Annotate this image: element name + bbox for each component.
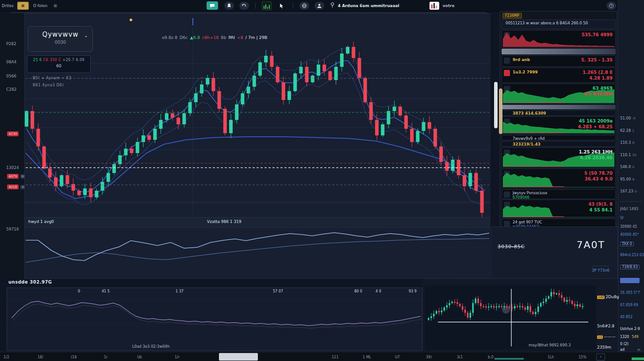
detail-link[interactable]: JA6// 1493 xyxy=(620,207,643,211)
detail-link[interactable]: 894rd.253 03 xyxy=(620,253,643,257)
row-tag: 1u3.2 7999 xyxy=(513,70,538,74)
time-axis-tick: b.0 xyxy=(488,355,494,359)
detail-link[interactable]: 739/8.93 xyxy=(620,265,643,269)
quick-action-button[interactable] xyxy=(620,278,640,283)
watchlist-tag[interactable]: F234MP xyxy=(502,13,522,19)
row-icon xyxy=(504,58,510,64)
help-button[interactable] xyxy=(606,2,616,10)
sidebar-vertical-scrollbar[interactable] xyxy=(499,88,502,134)
time-axis-tick: 1/r xyxy=(175,355,180,359)
watchlist-row[interactable]: 24 get 907 TUCw3039 03467i xyxy=(502,219,616,227)
symbol-selector[interactable]: Qywvwvw 0030 ⌄ xyxy=(28,26,93,52)
watchlist-row[interactable]: 00511213 w wear abere.a 6 B4G4 260.0 50 xyxy=(502,19,616,29)
watchlist-row[interactable]: 7wvwv9v9 + rAd xyxy=(502,135,616,140)
detail-link[interactable]: 67,959 69 xyxy=(620,303,643,307)
badge-tag: 12 xyxy=(597,335,603,339)
watchlist-row[interactable]: 43 (9(3. 84 55 84.1 xyxy=(502,200,616,218)
indicator-axis-tick: 4 0 xyxy=(376,289,381,293)
horizontal-scrollbar-thumb[interactable] xyxy=(219,353,258,361)
subchart-left-label[interactable]: hwyd 1 avg0 xyxy=(28,219,54,224)
mini-chart-canvas[interactable] xyxy=(425,285,596,349)
price-ladder-row[interactable]: 51.00-9 xyxy=(620,116,643,120)
watchlist-row[interactable]: 323219/1.43 xyxy=(502,141,616,147)
watchlist-row[interactable] xyxy=(502,105,616,109)
watchlist-sidebar: F234MP 00511213 w wear abere.a 6 B4G4 26… xyxy=(500,11,617,227)
price-ladder-row[interactable]: 110.130 xyxy=(620,153,643,157)
indicator-plot[interactable]: L0ad 3o3 02:3w04h 041 51 3757 0780 04 09… xyxy=(7,288,422,351)
price-ladder-row[interactable]: 95.004- xyxy=(620,177,643,181)
scroll-back-button[interactable]: ‹ xyxy=(596,353,605,361)
mini-chart-badge[interactable]: 1d02Du8g xyxy=(597,295,619,299)
axis-price-label: 08A4 xyxy=(6,60,16,64)
watchlist-row[interactable]: 1u3.2 79991.265 (2.8 E4.28 1.89 xyxy=(502,68,616,83)
time-axis: ‹ m 1/218/(181rUb1/r1111 MLU739)3(1b.01L… xyxy=(0,352,644,361)
price-alert-badge[interactable]: 4018 xyxy=(7,184,19,189)
session-strip xyxy=(632,357,644,360)
indicator-axis-tick: 0 xyxy=(78,289,80,293)
watchlist-row[interactable]: 63 49694% 63639M xyxy=(502,84,616,104)
indicator-row-2[interactable]: B61 4yna3 D6) xyxy=(33,83,64,87)
detail-link[interactable]: 40000 45* xyxy=(620,233,643,237)
detail-link[interactable]: 0 (2) xyxy=(620,342,643,346)
quote-mini-card[interactable]: 25 6 C6 350 C +20.7 6.09 60 xyxy=(27,55,91,73)
subchart-center-label[interactable]: Vzatta 986 1 319 xyxy=(207,219,242,224)
indicator-panel-title: unsdde 302.97G xyxy=(8,280,52,284)
chat-button[interactable] xyxy=(207,1,218,10)
undo-button[interactable] xyxy=(239,2,249,10)
indicator-row-1[interactable]: B5! ≈ Aynam ~ E3 xyxy=(33,76,72,80)
chevron-down-icon[interactable]: ⌄ xyxy=(84,33,88,38)
watchlist-row[interactable]: 5 (50 78.7036.43 4 9.0 xyxy=(502,169,616,188)
watchlist-row[interactable]: 1.25 263 1HH4.26 2636.46 xyxy=(502,147,616,168)
row-label: 7wvwv9v9 + rAd xyxy=(513,136,544,140)
mini-chart-badge[interactable]: 5n6#2.8 xyxy=(597,324,614,328)
watchlist-row[interactable]: 9rd anb5. 325 - 1.35 xyxy=(502,55,616,67)
platform-logo xyxy=(429,2,439,10)
mini-chart-badge[interactable]: 12——— xyxy=(597,334,616,339)
axis-price-label: C282 xyxy=(6,87,16,92)
summary-link[interactable]: 3P Y73n6 xyxy=(592,266,610,273)
watchlist-row[interactable]: Jwysyv Pvnssciuse6709046 xyxy=(502,189,616,199)
layout-grid-icon[interactable]: ⊞ xyxy=(54,4,57,8)
detail-link[interactable]: 40 852 xyxy=(620,315,643,319)
position-summary-box: 3030-85C 7A0T 3P Y73n6 xyxy=(491,227,618,279)
mini-chart-panel: may/8that 9692.690.3 1d02Du8g5n6#2.812——… xyxy=(422,279,617,351)
time-axis-tick: Ub xyxy=(137,355,142,359)
price-alert-badge[interactable]: 4079 xyxy=(7,174,19,179)
detail-link[interactable]: Ustrtve 2-9 xyxy=(620,327,643,331)
detail-link[interactable]: 30990 45 xyxy=(620,225,643,229)
globe-button[interactable] xyxy=(299,2,309,10)
legend-span: c8h+18 xyxy=(202,35,218,40)
detail-link[interactable]: (p xyxy=(620,215,643,219)
price-ladder-row[interactable]: 167.230- xyxy=(620,189,643,193)
cursor-tool-button[interactable] xyxy=(277,2,287,10)
watchlist-row[interactable]: 3873 414.6309 xyxy=(502,110,616,116)
main-chart-canvas[interactable] xyxy=(25,14,491,278)
price-axis-left[interactable]: P28208A40566C282130245971642394079604018… xyxy=(0,13,24,278)
chart-vertical-scrollbar[interactable] xyxy=(494,82,498,128)
watchlist-row[interactable]: 535.76 4999 xyxy=(502,30,616,48)
row-values: 63 49694% 63639M xyxy=(584,85,613,97)
watchlist-row[interactable]: 45 163 2009a4.283 + 68.25 xyxy=(502,116,616,134)
chart-thumbnail-icon[interactable] xyxy=(262,1,272,10)
notifications-button[interactable] xyxy=(224,2,234,10)
workspace-logo[interactable]: ▦ xyxy=(17,2,29,10)
detail-link[interactable]: 1320549 xyxy=(620,335,643,339)
top-toolbar: Drtles ▦ O folen ⊞ 4 Arduna 6am ummitrua… xyxy=(0,0,644,12)
row-label: Jwysyv Pvnssciuse xyxy=(513,191,547,195)
price-ladder-row[interactable]: 546.00 xyxy=(620,165,643,169)
price-ladder-row[interactable]: 110.39- xyxy=(620,140,643,145)
indicator-panel: unsdde 302.97G L0ad 3o3 02:3w04h 041 51 … xyxy=(7,280,422,351)
detail-link[interactable]: TAX 0 xyxy=(620,242,643,246)
row-icon xyxy=(504,221,510,227)
mini-chart-badge[interactable]: 2359m xyxy=(597,345,611,349)
detail-link[interactable]: 16.305 5*7 xyxy=(620,291,643,295)
main-chart-panel: o9.8z 8D6c▲6.8c8h+188bPAI+8/ 7m | 29B Qy… xyxy=(24,13,491,279)
watchlist-row[interactable] xyxy=(502,49,616,54)
pin-icon[interactable] xyxy=(330,2,334,9)
price-ladder-row[interactable]: 62.282 xyxy=(620,128,643,133)
axis-price-label: P282 xyxy=(6,42,16,46)
row-tag: 9rd anb xyxy=(513,58,530,62)
time-axis-tick: 111 xyxy=(332,355,338,359)
profile-button[interactable] xyxy=(314,2,324,10)
price-alert-badge[interactable]: 4239 xyxy=(7,131,19,136)
